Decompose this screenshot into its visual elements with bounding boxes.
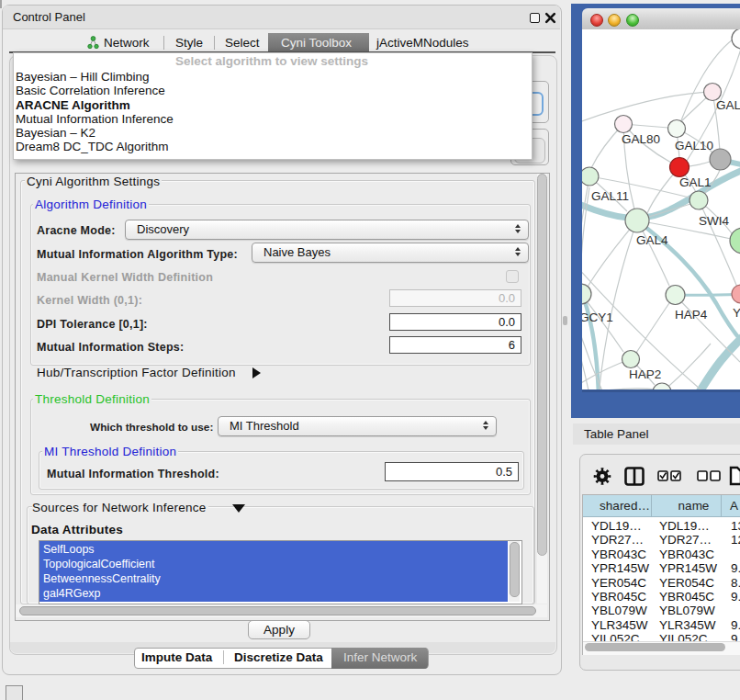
svg-text:GAL80: GAL80 — [622, 132, 660, 146]
svg-text:SWI4: SWI4 — [699, 214, 729, 228]
svg-text:GAL10: GAL10 — [675, 139, 713, 152]
svg-text:HAP4: HAP4 — [675, 308, 708, 322]
svg-text:GAL11: GAL11 — [591, 189, 629, 203]
svg-text:GAL1: GAL1 — [679, 175, 712, 189]
svg-text:HAP2: HAP2 — [629, 367, 661, 381]
svg-text:YM: YM — [733, 306, 740, 320]
svg-text:GAL7: GAL7 — [716, 98, 740, 112]
svg-text:GCY1: GCY1 — [582, 310, 613, 324]
svg-text:GAL4: GAL4 — [636, 233, 668, 247]
